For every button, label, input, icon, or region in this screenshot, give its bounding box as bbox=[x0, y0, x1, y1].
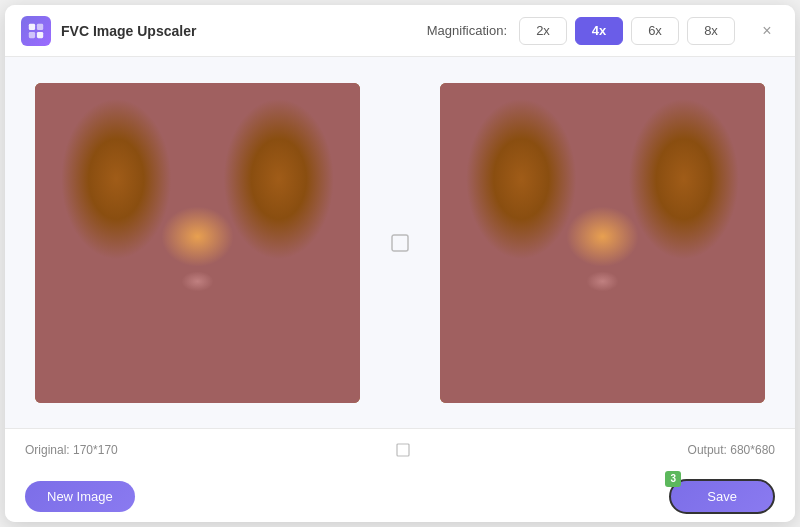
new-image-button[interactable]: New Image bbox=[25, 481, 135, 512]
original-dog-image bbox=[35, 83, 360, 403]
save-area: 3 Save bbox=[669, 479, 775, 514]
svg-rect-0 bbox=[29, 23, 35, 29]
svg-rect-4 bbox=[392, 235, 408, 251]
action-bar: New Image 3 Save bbox=[5, 470, 795, 522]
svg-rect-5 bbox=[397, 444, 409, 456]
main-content bbox=[5, 57, 795, 428]
output-image-panel bbox=[440, 83, 765, 403]
app-logo bbox=[21, 16, 51, 46]
title-bar: FVC Image Upscaler Magnification: 2x 4x … bbox=[5, 5, 795, 57]
app-title: FVC Image Upscaler bbox=[61, 23, 196, 39]
mag-4x-button[interactable]: 4x bbox=[575, 17, 623, 45]
size-footer: Original: 170*170 Output: 680*680 bbox=[5, 428, 795, 470]
original-image-panel bbox=[35, 83, 360, 403]
close-button[interactable]: × bbox=[755, 19, 779, 43]
svg-rect-2 bbox=[29, 31, 35, 37]
mag-2x-button[interactable]: 2x bbox=[519, 17, 567, 45]
save-badge: 3 bbox=[665, 471, 681, 487]
magnification-section: Magnification: 2x 4x 6x 8x bbox=[427, 17, 735, 45]
mag-6x-button[interactable]: 6x bbox=[631, 17, 679, 45]
magnification-label: Magnification: bbox=[427, 23, 507, 38]
save-button[interactable]: Save bbox=[669, 479, 775, 514]
svg-rect-1 bbox=[37, 23, 43, 29]
svg-rect-3 bbox=[37, 31, 43, 37]
output-dog-image bbox=[440, 83, 765, 403]
app-window: FVC Image Upscaler Magnification: 2x 4x … bbox=[5, 5, 795, 522]
divider-icon bbox=[390, 233, 410, 253]
mag-8x-button[interactable]: 8x bbox=[687, 17, 735, 45]
original-size-label: Original: 170*170 bbox=[25, 443, 118, 457]
center-square-icon bbox=[396, 443, 410, 457]
output-size-label: Output: 680*680 bbox=[688, 443, 775, 457]
